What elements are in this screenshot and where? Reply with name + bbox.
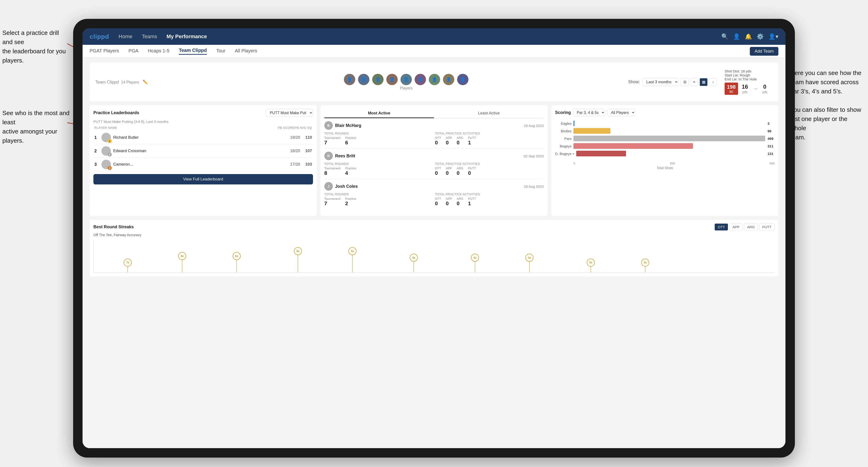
nav-home[interactable]: Home [119,33,132,40]
act-name-3: Josh Coles [335,184,522,189]
leaderboards-title: Practice Leaderboards [93,111,139,115]
act-nums-2: Tournament 8 Practice 4 [324,166,433,176]
lb-badge-3: 3 [107,166,112,170]
lb-avatar-2: 2 [101,146,111,156]
leaderboards-header: Practice Leaderboards PUTT Must Make Put… [93,109,313,117]
edit-icon[interactable]: ✏️ [143,80,148,85]
activity-card-header-2: R Rees Britt 02 Sep 2023 [324,152,544,160]
chart-row-birdies: Birdies 96 [555,128,775,134]
act-total-rounds-2: Total Rounds Tournament 8 Practice 4 [324,162,433,176]
lb-avg-1: 110 [303,135,312,140]
streak-tab-arg[interactable]: ARG [744,224,758,230]
leaderboards-dropdown[interactable]: PUTT Must Make Putting... [266,109,313,117]
search-icon[interactable]: 🔍 [721,33,728,40]
player-avatar-3[interactable]: 👤 [372,74,383,85]
lb-rank-1: 1 [94,135,99,140]
lb-score-1: 19/20 [288,135,300,140]
activity-card-header-3: J Josh Coles 26 Aug 2023 [324,182,544,191]
subnav-all-players[interactable]: All Players [235,48,257,55]
act-date-3: 26 Aug 2023 [524,184,544,188]
add-team-button[interactable]: Add Team [750,47,778,56]
leaderboard-cols: PLAYER NAME PB SCORE PB AVG SQ [93,126,313,129]
sub-nav: PGAT Players PGA Hcaps 1-5 Team Clippd T… [83,45,785,58]
svg-text:3x: 3x [589,261,592,264]
bar-label-birdies: Birdies [555,129,571,133]
player-avatar-6[interactable]: 👤 [415,74,426,85]
view-list-button[interactable]: ≡ [690,78,698,86]
score-preview: Shot Dist: 16 yds Start Lie: Rough End L… [721,66,773,98]
player-avatar-9[interactable]: 👤 [457,74,468,85]
view-grid-button[interactable]: ⊞ [681,78,689,86]
leaderboard-row-2: 2 2 Edward Crossman 18/20 107 [93,144,313,158]
activity-card-2: R Rees Britt 02 Sep 2023 Total Rounds To… [324,152,544,179]
streaks-header: Best Round Streaks OTT APP ARG PUTT [93,224,775,230]
players-label: Players [400,86,412,90]
nav-teams[interactable]: Teams [142,33,157,40]
lb-badge-1: 1 [107,139,112,143]
view-card-button[interactable]: ▦ [700,78,708,86]
user-icon[interactable]: 👤 [733,33,740,40]
subnav-tour[interactable]: Tour [216,48,225,55]
subnav-team-clippd[interactable]: Team Clippd [179,48,207,55]
bar-eagles [574,121,575,126]
activity-card-1: B Blair McHarg 26 Aug 2023 Total Rounds … [324,121,544,149]
show-control: Show: Last 3 months Last 6 months Last y… [628,78,678,86]
act-practice-activities-3: Total Practice Activities OTT 0 APP 0 [435,192,544,207]
streaks-tabs: OTT APP ARG PUTT [715,224,775,230]
player-avatar-7[interactable]: 👤 [429,74,440,85]
player-avatar-1[interactable]: 👤 [344,74,355,85]
activity-card-header-1: B Blair McHarg 26 Aug 2023 [324,121,544,130]
score-divider: → [752,85,758,92]
tab-most-active[interactable]: Most Active [324,109,434,118]
player-avatar-4[interactable]: 👤 [386,74,398,85]
bar-container-birdies [574,128,766,134]
streak-tab-ott[interactable]: OTT [715,224,728,230]
svg-text:3x: 3x [644,261,647,264]
subnav-hcaps[interactable]: Hcaps 1-5 [148,48,169,55]
bar-pars [574,135,765,141]
bar-label-eagles: Eagles [555,121,571,125]
view-full-leaderboard-button[interactable]: View Full Leaderboard [93,174,313,184]
streaks-subtitle: Off The Tee, Fairway Accuracy [93,233,775,237]
svg-text:4x: 4x [412,256,415,259]
show-select[interactable]: Last 3 months Last 6 months Last year [642,78,678,86]
streak-tab-app[interactable]: APP [729,224,743,230]
lb-name-2: Edward Crossman [113,149,286,153]
act-nums-3: Tournament 7 Practice 2 [324,197,433,207]
scoring-filter-par[interactable]: Par 3, 4 & 5s [573,109,605,116]
subnav-pgat[interactable]: PGAT Players [90,48,119,55]
bar-container-double [576,151,766,156]
settings-icon[interactable]: ⚙️ [757,33,764,40]
act-avatar-2: R [324,152,333,160]
tab-least-active[interactable]: Least Active [434,109,544,118]
bar-birdies [574,128,610,134]
tablet-screen: clippd Home Teams My Performance 🔍 👤 🔔 ⚙… [83,28,785,448]
lb-avg-2: 107 [303,149,312,153]
profile-icon[interactable]: 👤▾ [769,33,778,40]
main-content: Team Clippd 14 Players ✏️ 👤 👤 👤 👤 👤 👤 👤 [83,58,785,448]
nav-my-performance[interactable]: My Performance [166,33,207,40]
chart-row-double: D. Bogeys + 131 [555,151,775,156]
player-avatar-2[interactable]: 👤 [358,74,369,85]
player-avatar-5[interactable]: 👤 [401,74,412,85]
chart-x-axis: 0 200 400 [555,161,775,165]
svg-text:7x: 7x [126,261,129,264]
bell-icon[interactable]: 🔔 [745,33,752,40]
bar-container-bogeys [574,143,766,149]
streak-tab-putt[interactable]: PUTT [759,224,775,230]
player-avatar-8[interactable]: 👤 [443,74,454,85]
view-sort-button[interactable]: ↕ [709,78,717,86]
scoring-filter-players[interactable]: All Players [607,109,635,116]
activity-card-3: J Josh Coles 26 Aug 2023 Total Rounds To… [324,182,544,210]
act-total-rounds-1: Total Rounds Tournament 7 Practice 6 [324,132,433,146]
score-values: 198 SC 16 yds → 0 yds [724,83,769,95]
subnav-pga[interactable]: PGA [129,48,138,55]
svg-text:6x: 6x [181,254,184,258]
team-header: Team Clippd 14 Players ✏️ 👤 👤 👤 👤 👤 👤 👤 [90,63,778,101]
start-lie: Start Lie: Rough [724,73,769,77]
lb-name-3: Cameron... [113,162,286,167]
act-avatar-3: J [324,182,333,191]
lb-avatar-3: 3 [101,160,111,169]
streak-chart-area: 7x 6x 6x 5x [93,240,775,273]
lb-avg-3: 103 [303,162,312,167]
